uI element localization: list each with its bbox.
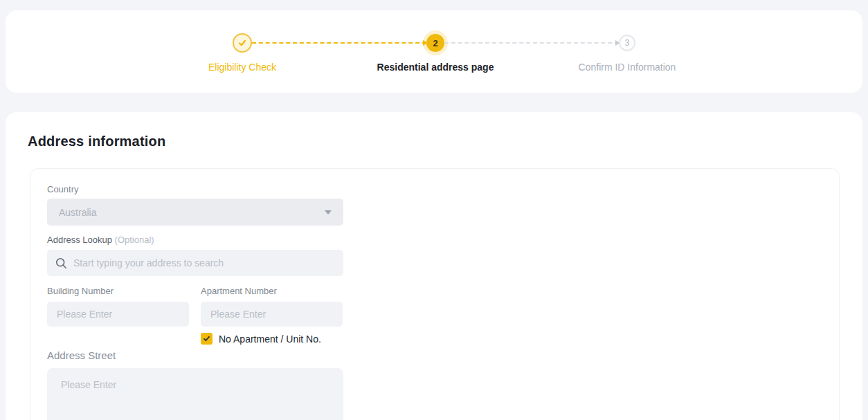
address-lookup-input[interactable] [73,257,335,268]
step-label-eligibility-check: Eligibility Check [208,62,276,73]
address-lookup-label-text: Address Lookup [47,235,112,245]
apartment-number-input[interactable] [201,302,343,327]
building-apartment-row: Building Number Apartment Number No Apar… [47,286,822,345]
address-lookup-field-group: Address Lookup (Optional) [47,235,822,276]
page-title: Address information [28,134,840,149]
stepper-step-residential-address[interactable]: 2 Residential address page [426,33,444,52]
step-label-confirm-id: Confirm ID Information [579,62,676,73]
apartment-number-field-group: Apartment Number No Apartment / Unit No. [201,286,343,345]
stepper-card: Eligibility Check 2 Residential address … [6,10,862,93]
no-apartment-checkbox-label: No Apartment / Unit No. [219,334,321,345]
building-number-field-group: Building Number [47,286,189,345]
address-street-label: Address Street [47,349,822,361]
stepper-step-eligibility-check[interactable]: Eligibility Check [233,33,252,53]
address-street-textarea[interactable] [47,368,343,420]
no-apartment-checkbox-row[interactable]: No Apartment / Unit No. [201,333,343,345]
country-selected-value: Australia [59,207,96,218]
step-number-badge: 2 [426,34,444,52]
building-number-label: Building Number [47,286,189,296]
chevron-down-icon [325,210,332,214]
search-icon [55,257,67,269]
building-number-input[interactable] [47,302,189,327]
country-select[interactable]: Australia [47,199,343,226]
country-label: Country [47,184,822,194]
address-street-field-group: Address Street [47,349,822,420]
stepper-connector-active [252,42,426,44]
address-lookup-label: Address Lookup (Optional) [47,235,822,245]
step-label-residential-address: Residential address page [377,62,494,73]
address-lookup-optional-note: (Optional) [115,235,154,245]
address-form-card: Address information Country Australia Ad… [6,112,862,420]
stepper-step-confirm-id[interactable]: 3 Confirm ID Information [619,33,635,51]
address-form-box: Country Australia Address Lookup (Option… [30,168,840,420]
stepper: Eligibility Check 2 Residential address … [6,10,862,53]
step-completed-check-icon [233,33,252,53]
stepper-connector-inactive [444,42,619,44]
step-number-badge: 3 [619,35,635,51]
address-lookup-search-field[interactable] [47,250,343,276]
check-icon [237,38,247,48]
apartment-number-label: Apartment Number [201,286,343,296]
no-apartment-checkbox[interactable] [201,333,213,345]
country-field-group: Country Australia [47,184,822,226]
checkbox-check-icon [203,335,210,343]
